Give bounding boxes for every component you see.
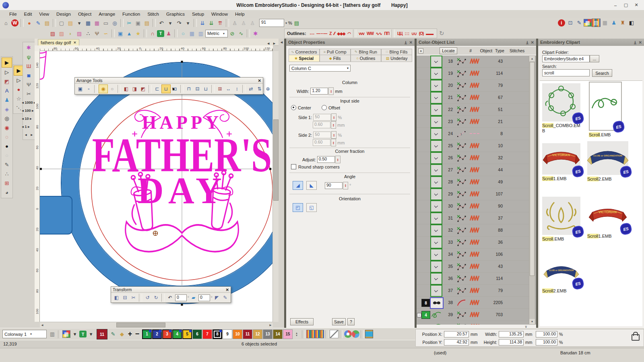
width-input[interactable]: 135.25 (499, 331, 524, 337)
clipart-thumbnail[interactable]: VICTORIAN ES (587, 200, 628, 232)
thread-spool-icon[interactable] (365, 330, 373, 338)
star-shape-icon[interactable]: ★ (134, 29, 142, 38)
horseshoe-icon[interactable]: ∩ (148, 29, 157, 38)
undo-more-icon[interactable]: ▾ (166, 19, 175, 27)
fill-light-icon[interactable]: ▨ (57, 29, 66, 38)
leaf-fill-icon[interactable]: ◗ (66, 29, 75, 38)
color-block[interactable] (430, 176, 442, 188)
puppet2-icon[interactable]: ♙ (239, 19, 248, 27)
horizontal-scrollbar[interactable]: ◄ ► (40, 322, 273, 327)
scroll-thumbnail[interactable] (430, 309, 442, 320)
lock-icon[interactable]: ◉ (99, 84, 108, 93)
tab-close-icon[interactable]: ✕ (73, 41, 76, 45)
width-input[interactable]: 1.20 (310, 88, 328, 95)
side1-mm-input[interactable]: 0.60 (313, 121, 330, 128)
object-row[interactable]: 37 79 (417, 285, 536, 297)
motif-fill-icon[interactable]: ▨ (75, 29, 84, 38)
object-row[interactable]: 30 90 (417, 200, 536, 212)
tab-scroll-left-icon[interactable]: ◄ (266, 41, 270, 45)
palette-swatch[interactable]: 6 (192, 329, 202, 339)
properties-tab[interactable]: ○Outlines (351, 55, 382, 62)
travel-by-stitches-button[interactable]: ◄1► (21, 123, 37, 131)
puppet3-icon[interactable]: ♙ (248, 19, 257, 27)
clipart-thumbnail[interactable]: ES (589, 82, 622, 131)
menu-item[interactable]: Help (231, 11, 248, 17)
menu-item[interactable]: Edit (21, 11, 36, 17)
document-list-icon[interactable]: ▤ (292, 19, 301, 27)
color-block[interactable] (430, 200, 442, 212)
hoop-icon[interactable]: ○ (179, 29, 188, 38)
rotate-input[interactable]: 0 (175, 294, 187, 301)
grid-icon[interactable]: ▦ (188, 29, 196, 38)
clipart-folder-input[interactable]: EmbroideryStudio e4 (542, 55, 590, 62)
palette-swatch[interactable]: 15 (283, 329, 293, 339)
maximize-button[interactable]: ▢ (621, 2, 630, 9)
object-row[interactable]: 8 38 (417, 297, 536, 309)
skew-input[interactable]: 0 (198, 294, 210, 301)
close-icon[interactable]: ✕ (258, 78, 261, 83)
properties-tab[interactable]: ≡Pull Comp (320, 49, 351, 55)
center-radio[interactable] (291, 105, 296, 110)
clipart-thumbnail[interactable]: CLUB or ORGANIZATION ES (542, 258, 580, 287)
contrast-view-icon[interactable]: ◧ (627, 19, 636, 27)
scrollbar-thumb[interactable] (116, 323, 165, 327)
thread-chart-2-icon[interactable]: ▤ (315, 330, 324, 338)
scallop-icon[interactable]: ∪∪ (410, 31, 418, 36)
document-tab[interactable]: fathers day golf✕ (38, 39, 79, 45)
rotate-ccw-icon[interactable]: ↺ (143, 294, 152, 302)
align-bottom-icon[interactable]: ⊔ (202, 85, 210, 93)
zigzag-travel-tool[interactable]: Ш (24, 62, 34, 71)
puppet1-icon[interactable]: ♙ (230, 19, 239, 27)
position-x-input[interactable]: 20.57 (444, 331, 469, 337)
travel-ends-button[interactable]: ◄ ► (24, 131, 33, 139)
close-icon[interactable]: ✕ (639, 40, 642, 45)
scrollbar-thumb[interactable] (273, 119, 279, 201)
open-file-icon[interactable]: ▤ (66, 19, 75, 27)
properties-tab[interactable]: ◆Fills (320, 55, 351, 62)
raised-satin-icon[interactable]: WW (365, 31, 375, 36)
clipart-thumbnail[interactable]: ES (542, 197, 580, 235)
color-block[interactable] (430, 261, 442, 273)
object-row[interactable]: 20 79 (417, 80, 536, 92)
orientation2-icon[interactable]: ◱ (306, 203, 317, 212)
object-row[interactable]: 18 43 (417, 56, 536, 68)
mirror-x-icon[interactable]: ◧ (122, 85, 130, 93)
color-block[interactable] (430, 164, 442, 176)
hexagon-tool[interactable]: ● (2, 142, 12, 151)
menu-item[interactable]: Design (53, 11, 74, 17)
arrange-tools-palette[interactable]: Arrange Tools✕ ▣ ▫ ◉ (74, 77, 263, 95)
height-input[interactable]: 114.38 (499, 339, 524, 346)
stitch-player-icon[interactable]: ⇊ (198, 19, 207, 27)
palette-swatch[interactable]: 2 (152, 329, 162, 339)
notes-icon[interactable]: ✎ (575, 19, 584, 27)
adjust-input[interactable]: 0.50 (317, 156, 335, 163)
measurement-select[interactable]: Metric▾ (205, 30, 228, 37)
true-view-icon[interactable] (352, 330, 359, 338)
scroll-right-icon[interactable]: ► (269, 323, 272, 327)
orientation1-icon[interactable]: ◰ (293, 203, 303, 212)
thread-colors-icon[interactable]: ▤ (592, 19, 601, 27)
palette-swatch[interactable]: 10 (233, 329, 242, 339)
properties-tab[interactable]: ★Special (289, 55, 320, 62)
zoom-input[interactable]: 91 (259, 19, 284, 27)
fill-stitch-icon[interactable]: ▨ (48, 29, 57, 38)
travel-by-stitches-button[interactable]: ◄1000► (21, 99, 37, 107)
remove-color-icon[interactable]: − (134, 330, 141, 338)
side1-percent-input[interactable]: 50 (313, 114, 331, 121)
freehand-tool[interactable]: ✎ (2, 160, 12, 169)
select-tool[interactable]: ▶ (2, 58, 12, 68)
branching-icon[interactable]: Ψ (93, 29, 101, 38)
satin-outline-icon[interactable]: vvv (357, 31, 365, 36)
fit-to-icon[interactable]: ⊕ (264, 85, 272, 93)
color-block[interactable] (430, 188, 442, 200)
object-row[interactable]: 19 114 (417, 68, 536, 80)
height-percent-input[interactable]: 100.00 (536, 339, 557, 346)
transform-corner-icon[interactable]: ◤ (213, 294, 221, 302)
product-dropdown-icon[interactable]: ▾ (87, 330, 95, 338)
skew-icon[interactable]: ▰ (189, 294, 198, 302)
trim-tool[interactable]: ✂ (24, 89, 34, 99)
colorway-bars-icon[interactable]: ▥ (48, 330, 57, 338)
palette-swatch[interactable]: 4 (172, 329, 182, 339)
color-picker-icon[interactable]: ✎ (109, 330, 118, 338)
rulers-icon[interactable]: ▥ (196, 29, 205, 38)
